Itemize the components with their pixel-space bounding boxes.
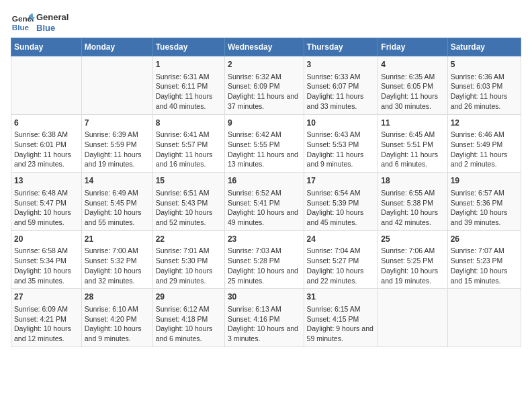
- day-info: Sunrise: 6:51 AM Sunset: 5:43 PM Dayligh…: [156, 188, 222, 228]
- day-number: 25: [381, 234, 444, 245]
- day-number: 2: [228, 59, 301, 71]
- day-header-monday: Monday: [81, 38, 152, 56]
- day-info: Sunrise: 6:52 AM Sunset: 5:41 PM Dayligh…: [228, 188, 301, 228]
- calendar-cell: 11Sunrise: 6:45 AM Sunset: 5:51 PM Dayli…: [378, 114, 447, 173]
- day-header-friday: Friday: [378, 38, 447, 56]
- day-info: Sunrise: 6:43 AM Sunset: 5:53 PM Dayligh…: [307, 130, 375, 169]
- day-number: 3: [307, 59, 375, 71]
- day-number: 5: [451, 59, 518, 71]
- calendar-week-4: 20Sunrise: 6:58 AM Sunset: 5:34 PM Dayli…: [11, 230, 521, 289]
- calendar-cell: 2Sunrise: 6:32 AM Sunset: 6:09 PM Daylig…: [224, 56, 304, 115]
- calendar-week-5: 27Sunrise: 6:09 AM Sunset: 4:21 PM Dayli…: [11, 289, 521, 347]
- calendar-cell: 17Sunrise: 6:54 AM Sunset: 5:39 PM Dayli…: [304, 173, 378, 231]
- calendar-week-3: 13Sunrise: 6:48 AM Sunset: 5:47 PM Dayli…: [11, 173, 521, 231]
- day-info: Sunrise: 6:13 AM Sunset: 4:16 PM Dayligh…: [228, 304, 301, 344]
- calendar-cell: [81, 56, 152, 115]
- calendar-cell: 7Sunrise: 6:39 AM Sunset: 5:59 PM Daylig…: [81, 114, 152, 173]
- day-number: 8: [156, 118, 222, 129]
- calendar-cell: 14Sunrise: 6:49 AM Sunset: 5:45 PM Dayli…: [81, 173, 152, 231]
- calendar-cell: 25Sunrise: 7:06 AM Sunset: 5:25 PM Dayli…: [378, 230, 447, 289]
- day-number: 1: [156, 59, 222, 71]
- day-number: 28: [85, 291, 150, 303]
- logo-text: General Blue: [36, 12, 69, 33]
- day-number: 20: [14, 234, 79, 245]
- calendar-cell: 22Sunrise: 7:01 AM Sunset: 5:30 PM Dayli…: [152, 230, 224, 289]
- day-info: Sunrise: 7:04 AM Sunset: 5:27 PM Dayligh…: [307, 246, 375, 285]
- day-info: Sunrise: 6:46 AM Sunset: 5:49 PM Dayligh…: [451, 130, 518, 169]
- day-info: Sunrise: 6:15 AM Sunset: 4:15 PM Dayligh…: [307, 304, 375, 344]
- day-number: 30: [228, 291, 301, 303]
- calendar-cell: 12Sunrise: 6:46 AM Sunset: 5:49 PM Dayli…: [447, 114, 521, 173]
- day-header-saturday: Saturday: [447, 38, 521, 56]
- day-info: Sunrise: 6:38 AM Sunset: 6:01 PM Dayligh…: [14, 130, 79, 169]
- calendar-table: SundayMondayTuesdayWednesdayThursdayFrid…: [11, 38, 521, 347]
- calendar-cell: 27Sunrise: 6:09 AM Sunset: 4:21 PM Dayli…: [11, 289, 82, 347]
- day-info: Sunrise: 6:57 AM Sunset: 5:36 PM Dayligh…: [451, 188, 518, 228]
- day-number: 7: [85, 118, 150, 129]
- calendar-cell: 29Sunrise: 6:12 AM Sunset: 4:18 PM Dayli…: [152, 289, 224, 347]
- day-number: 17: [307, 175, 375, 187]
- day-number: 26: [451, 234, 518, 245]
- day-info: Sunrise: 6:32 AM Sunset: 6:09 PM Dayligh…: [228, 72, 301, 111]
- day-number: 15: [156, 175, 222, 187]
- day-info: Sunrise: 6:39 AM Sunset: 5:59 PM Dayligh…: [85, 130, 150, 169]
- day-number: 12: [451, 118, 518, 129]
- day-info: Sunrise: 6:41 AM Sunset: 5:57 PM Dayligh…: [156, 130, 222, 169]
- calendar-cell: 30Sunrise: 6:13 AM Sunset: 4:16 PM Dayli…: [224, 289, 304, 347]
- calendar-cell: 1Sunrise: 6:31 AM Sunset: 6:11 PM Daylig…: [152, 56, 224, 115]
- day-info: Sunrise: 6:48 AM Sunset: 5:47 PM Dayligh…: [14, 188, 79, 228]
- day-info: Sunrise: 6:31 AM Sunset: 6:11 PM Dayligh…: [156, 72, 222, 111]
- day-number: 24: [307, 234, 375, 245]
- day-info: Sunrise: 6:55 AM Sunset: 5:38 PM Dayligh…: [381, 188, 444, 228]
- day-number: 18: [381, 175, 444, 187]
- day-number: 19: [451, 175, 518, 187]
- day-info: Sunrise: 6:49 AM Sunset: 5:45 PM Dayligh…: [85, 188, 150, 228]
- calendar-week-2: 6Sunrise: 6:38 AM Sunset: 6:01 PM Daylig…: [11, 114, 521, 173]
- calendar-cell: 9Sunrise: 6:42 AM Sunset: 5:55 PM Daylig…: [224, 114, 304, 173]
- day-header-sunday: Sunday: [11, 38, 82, 56]
- day-info: Sunrise: 6:35 AM Sunset: 6:05 PM Dayligh…: [381, 72, 444, 111]
- calendar-cell: 8Sunrise: 6:41 AM Sunset: 5:57 PM Daylig…: [152, 114, 224, 173]
- calendar-cell: 3Sunrise: 6:33 AM Sunset: 6:07 PM Daylig…: [304, 56, 378, 115]
- calendar-cell: 26Sunrise: 7:07 AM Sunset: 5:23 PM Dayli…: [447, 230, 521, 289]
- calendar-cell: 23Sunrise: 7:03 AM Sunset: 5:28 PM Dayli…: [224, 230, 304, 289]
- day-info: Sunrise: 7:07 AM Sunset: 5:23 PM Dayligh…: [451, 246, 518, 285]
- day-number: 27: [14, 291, 79, 303]
- day-number: 13: [14, 175, 79, 187]
- day-info: Sunrise: 6:33 AM Sunset: 6:07 PM Dayligh…: [307, 72, 375, 111]
- calendar-cell: [11, 56, 82, 115]
- day-number: 14: [85, 175, 150, 187]
- calendar-cell: [447, 289, 521, 347]
- day-header-wednesday: Wednesday: [224, 38, 304, 56]
- calendar-cell: 4Sunrise: 6:35 AM Sunset: 6:05 PM Daylig…: [378, 56, 447, 115]
- calendar-cell: 5Sunrise: 6:36 AM Sunset: 6:03 PM Daylig…: [447, 56, 521, 115]
- day-header-tuesday: Tuesday: [152, 38, 224, 56]
- logo: General Blue General Blue: [11, 11, 69, 35]
- day-info: Sunrise: 6:12 AM Sunset: 4:18 PM Dayligh…: [156, 304, 222, 344]
- day-number: 4: [381, 59, 444, 71]
- day-info: Sunrise: 6:09 AM Sunset: 4:21 PM Dayligh…: [14, 304, 79, 344]
- day-info: Sunrise: 7:06 AM Sunset: 5:25 PM Dayligh…: [381, 246, 444, 285]
- day-info: Sunrise: 6:36 AM Sunset: 6:03 PM Dayligh…: [451, 72, 518, 111]
- page-header: General Blue General Blue: [11, 11, 521, 35]
- day-number: 6: [14, 118, 79, 129]
- day-number: 31: [307, 291, 375, 303]
- day-info: Sunrise: 7:00 AM Sunset: 5:32 PM Dayligh…: [85, 246, 150, 285]
- calendar-cell: 24Sunrise: 7:04 AM Sunset: 5:27 PM Dayli…: [304, 230, 378, 289]
- day-number: 22: [156, 234, 222, 245]
- day-number: 29: [156, 291, 222, 303]
- calendar-cell: 18Sunrise: 6:55 AM Sunset: 5:38 PM Dayli…: [378, 173, 447, 231]
- calendar-cell: 31Sunrise: 6:15 AM Sunset: 4:15 PM Dayli…: [304, 289, 378, 347]
- day-header-thursday: Thursday: [304, 38, 378, 56]
- calendar-cell: 10Sunrise: 6:43 AM Sunset: 5:53 PM Dayli…: [304, 114, 378, 173]
- svg-text:Blue: Blue: [12, 23, 30, 32]
- day-info: Sunrise: 6:54 AM Sunset: 5:39 PM Dayligh…: [307, 188, 375, 228]
- day-number: 23: [228, 234, 301, 245]
- calendar-cell: 21Sunrise: 7:00 AM Sunset: 5:32 PM Dayli…: [81, 230, 152, 289]
- calendar-cell: 28Sunrise: 6:10 AM Sunset: 4:20 PM Dayli…: [81, 289, 152, 347]
- day-number: 9: [228, 118, 301, 129]
- day-number: 10: [307, 118, 375, 129]
- calendar-cell: 19Sunrise: 6:57 AM Sunset: 5:36 PM Dayli…: [447, 173, 521, 231]
- calendar-cell: 20Sunrise: 6:58 AM Sunset: 5:34 PM Dayli…: [11, 230, 82, 289]
- calendar-cell: 15Sunrise: 6:51 AM Sunset: 5:43 PM Dayli…: [152, 173, 224, 231]
